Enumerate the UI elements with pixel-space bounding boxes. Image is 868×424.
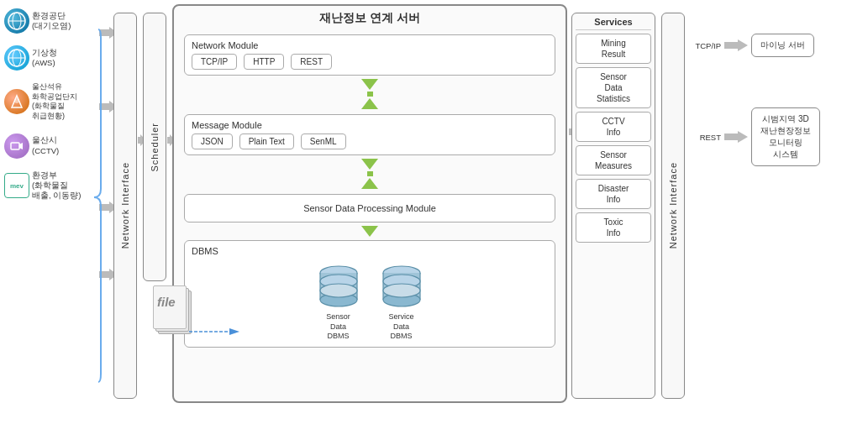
dbms-service: ServiceDataDBMS — [378, 263, 424, 342]
right-mining: TCP/IP 마이닝 서버 — [691, 34, 863, 57]
sensor-module: Sensor Data Processing Module — [184, 194, 555, 222]
arrow-message-sensor — [174, 159, 566, 189]
dbms-sensor-label: SensorDataDBMS — [326, 312, 350, 342]
file-text: file — [157, 295, 176, 309]
cctv-icon — [4, 133, 29, 159]
services-title: Services — [576, 17, 651, 30]
message-item-senml: SenML — [301, 133, 346, 149]
arrow-network-message — [174, 79, 566, 109]
svg-point-6 — [14, 98, 19, 103]
services-panel: Services MiningResult SensorDataStatisti… — [571, 13, 655, 399]
cctv-label: 울산시(CCTV) — [32, 135, 59, 156]
network-item-rest: REST — [291, 54, 332, 70]
right-3d: REST 시범지역 3D재난현장정보모니터링시스템 — [691, 107, 863, 166]
svg-rect-7 — [11, 143, 19, 149]
arrow-sensor-dbms — [174, 226, 566, 237]
env-icon — [4, 8, 29, 34]
network-item-http: HTTP — [244, 54, 284, 70]
source-mev: mev 환경부(화학물질배출, 이동량) — [4, 170, 113, 202]
message-module: Message Module JSON Plain Text SenML — [184, 114, 555, 155]
right-targets: TCP/IP 마이닝 서버 REST 시범지역 3D재난현장정보모니터링시스템 — [691, 17, 863, 166]
server-area: 재난정보 연계 서버 Network Module TCP/IP HTTP RE… — [172, 4, 567, 403]
chemical-icon — [4, 89, 29, 114]
svg-point-28 — [383, 284, 420, 297]
network-interface-left: Network Interface — [113, 13, 137, 399]
source-env: 환경공단(대기오염) — [4, 8, 113, 34]
service-disaster-info: DisasterInfo — [576, 179, 651, 209]
message-item-plaintext: Plain Text — [239, 133, 294, 149]
chemical-label: 울산석유화학공업단지(화학물질취급현황) — [32, 82, 77, 122]
scheduler: Scheduler — [143, 13, 166, 281]
mining-server-box: 마이닝 서버 — [751, 34, 814, 57]
message-item-json: JSON — [192, 133, 233, 149]
protocol-rest: REST — [691, 133, 721, 142]
weather-label: 기상청(AWS) — [32, 48, 57, 69]
service-sensor-stats: SensorDataStatistics — [576, 67, 651, 108]
file-page-1: file — [153, 285, 187, 329]
dbms-items: SensorDataDBMS Serv — [192, 259, 548, 342]
weather-icon — [4, 45, 29, 71]
network-item-tcpip: TCP/IP — [192, 54, 237, 70]
network-interface-left-label: Network Interface — [120, 162, 130, 249]
left-sources: 환경공단(대기오염) 기상청(AWS) 울산석유화학공업단지(화학물질취급현황) — [4, 8, 113, 208]
svg-marker-33 — [724, 131, 748, 143]
network-interface-right-label: Network Interface — [668, 162, 678, 249]
sensor-module-title: Sensor Data Processing Module — [192, 203, 548, 213]
scheduler-label: Scheduler — [150, 123, 160, 172]
diagram-container: 환경공단(대기오염) 기상청(AWS) 울산석유화학공업단지(화학물질취급현황) — [0, 0, 868, 424]
network-module-items: TCP/IP HTTP REST — [192, 54, 548, 70]
svg-marker-32 — [724, 39, 748, 51]
message-module-items: JSON Plain Text SenML — [192, 133, 548, 149]
service-toxic-info: ToxicInfo — [576, 212, 651, 243]
arrow-file-dbms — [189, 326, 239, 339]
system-3d-box: 시범지역 3D재난현장정보모니터링시스템 — [751, 107, 820, 166]
service-mining-result: MiningResult — [576, 34, 651, 64]
svg-marker-30 — [229, 328, 239, 335]
dbms-title: DBMS — [192, 246, 548, 256]
network-interface-right: Network Interface — [661, 13, 685, 399]
network-module-title: Network Module — [192, 40, 548, 50]
svg-point-21 — [320, 284, 357, 297]
source-chemical: 울산석유화학공업단지(화학물질취급현황) — [4, 82, 113, 122]
server-title: 재난정보 연계 서버 — [174, 6, 566, 29]
protocol-tcpip: TCP/IP — [691, 41, 721, 50]
service-sensor-measures: SensorMeasures — [576, 145, 651, 175]
mev-icon: mev — [4, 173, 29, 198]
env-label: 환경공단(대기오염) — [32, 11, 71, 32]
dbms-sensor: SensorDataDBMS — [315, 263, 361, 342]
source-cctv: 울산시(CCTV) — [4, 133, 113, 159]
network-module: Network Module TCP/IP HTTP REST — [184, 34, 555, 76]
dbms-area: DBMS Sen — [184, 240, 555, 348]
dbms-service-label: ServiceDataDBMS — [388, 312, 413, 342]
mev-label: 환경부(화학물질배출, 이동량) — [32, 170, 81, 202]
file-icon-area: file — [148, 285, 194, 343]
service-cctv-info: CCTVInfo — [576, 112, 651, 142]
source-weather: 기상청(AWS) — [4, 45, 113, 71]
file-stack: file — [148, 285, 194, 343]
message-module-title: Message Module — [192, 120, 548, 130]
